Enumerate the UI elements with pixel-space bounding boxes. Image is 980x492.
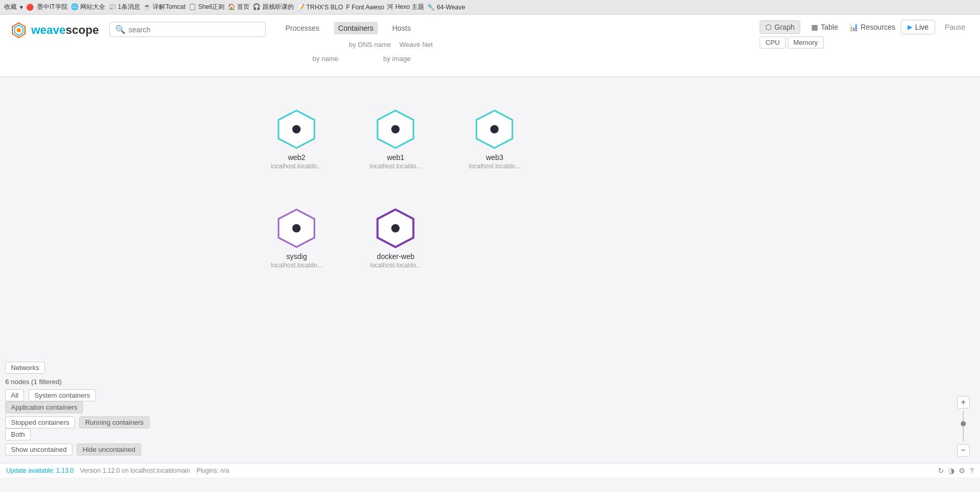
- nav-processes-name[interactable]: by name: [313, 55, 339, 63]
- browser-item[interactable]: 📰 1条消息: [108, 3, 140, 11]
- node-web2[interactable]: web2 localhost.localdo...: [271, 108, 322, 170]
- hide-uncontained-btn[interactable]: Hide uncontained: [77, 444, 141, 456]
- node-web3-sublabel: localhost.localdo...: [469, 163, 520, 170]
- node-web2-sublabel: localhost.localdo...: [271, 163, 322, 170]
- zoom-controls: + −: [957, 396, 970, 457]
- svg-point-2: [17, 28, 21, 32]
- nav-containers[interactable]: Containers: [334, 22, 378, 34]
- update-link[interactable]: Update available: 1.13.0: [6, 467, 73, 474]
- cpu-btn[interactable]: CPU: [760, 36, 785, 48]
- search-area: 🔍: [109, 22, 266, 37]
- node-web3-label: web3: [486, 153, 503, 162]
- nav-containers-image[interactable]: by image: [347, 55, 411, 63]
- left-panel: Networks 6 nodes (1 filtered) All System…: [0, 358, 162, 463]
- node-docker-web[interactable]: docker-web localhost.localdo...: [370, 207, 421, 269]
- bottom-bar: Update available: 1.13.0 Version 1.12.0 …: [0, 463, 980, 477]
- zoom-in-btn[interactable]: +: [957, 396, 970, 409]
- search-icon: 🔍: [115, 24, 126, 34]
- browser-item[interactable]: 河 Hexo 主题: [387, 3, 424, 11]
- pause-btn[interactable]: Pause: [940, 20, 970, 34]
- browser-item[interactable]: ☕ 详解Tomcat: [143, 3, 185, 11]
- theme-icon[interactable]: ◑: [948, 466, 954, 475]
- svg-point-8: [490, 125, 499, 133]
- settings-icon[interactable]: ⚙: [959, 466, 965, 475]
- browser-item[interactable]: 墨中IT学院: [37, 3, 68, 11]
- svg-point-6: [391, 125, 400, 133]
- nav-weave-net[interactable]: Weave Net: [400, 41, 433, 48]
- svg-point-10: [292, 224, 301, 232]
- hexagon-sysdig: [276, 207, 317, 249]
- resources-icon: 📊: [849, 23, 858, 31]
- node-docker-web-label: docker-web: [377, 252, 414, 261]
- node-docker-web-sublabel: localhost.localdo...: [370, 262, 421, 269]
- logo-text: weavescope: [31, 23, 99, 37]
- node-web1-sublabel: localhost.localdo...: [370, 163, 421, 170]
- browser-item[interactable]: F Font Aweso: [346, 4, 384, 11]
- help-icon[interactable]: ?: [970, 466, 974, 475]
- nav-processes[interactable]: Processes: [281, 22, 324, 34]
- filter-app-btn[interactable]: Application containers: [5, 401, 83, 413]
- app-header: weavescope 🔍 Processes Containers Hosts …: [0, 15, 980, 77]
- graph-view-btn[interactable]: ⬡ Graph: [760, 20, 800, 34]
- hexagon-web3: [474, 108, 515, 150]
- browser-bar: 收藏 ▾ 🔴 墨中IT学院 🌐 网站大全 📰 1条消息 ☕ 详解Tomcat 📋…: [0, 0, 980, 15]
- zoom-slider[interactable]: [963, 411, 964, 442]
- hexagon-web1: [375, 108, 416, 150]
- node-sysdig[interactable]: sysdig localhost.localdo...: [271, 207, 322, 269]
- filter-both-btn[interactable]: Both: [5, 428, 31, 440]
- table-view-btn[interactable]: ▦ Table: [805, 20, 843, 34]
- filter-system-btn[interactable]: System containers: [29, 389, 96, 401]
- browser-item[interactable]: 📝 TRHX'S BLO: [297, 4, 343, 11]
- live-btn[interactable]: ▶ Live: [901, 20, 936, 34]
- node-web1-label: web1: [387, 153, 404, 162]
- refresh-icon[interactable]: ↻: [938, 466, 944, 475]
- logo-area[interactable]: weavescope: [10, 22, 99, 39]
- zoom-out-btn[interactable]: −: [957, 444, 970, 457]
- logo-icon: [10, 22, 27, 39]
- main-canvas: web2 localhost.localdo... web1 localhost…: [0, 77, 980, 477]
- resources-btn[interactable]: 📊 Resources: [849, 23, 896, 31]
- browser-item[interactable]: ▾: [20, 4, 23, 11]
- view-controls: ⬡ Graph ▦ Table 📊 Resources ▶ Live Pause…: [760, 20, 970, 48]
- plugins-text: Plugins: n/a: [196, 467, 229, 474]
- browser-item[interactable]: 📋 Shell正则: [189, 3, 225, 11]
- svg-point-12: [391, 224, 400, 232]
- show-uncontained-btn[interactable]: Show uncontained: [5, 444, 72, 456]
- filter-all-btn[interactable]: All: [5, 389, 24, 401]
- metric-btns: CPU Memory: [760, 36, 823, 48]
- nodes-info: 6 nodes (1 filtered): [5, 378, 61, 386]
- nav-section: Processes Containers Hosts by DNS name W…: [281, 19, 433, 66]
- browser-item[interactable]: 🏠 首页: [228, 3, 250, 11]
- node-web2-label: web2: [288, 153, 305, 162]
- node-web1[interactable]: web1 localhost.localdo...: [370, 108, 421, 170]
- node-web3[interactable]: web3 localhost.localdo...: [469, 108, 520, 170]
- node-sysdig-sublabel: localhost.localdo...: [271, 262, 322, 269]
- browser-item[interactable]: 收藏: [4, 3, 17, 11]
- search-input[interactable]: [129, 26, 260, 34]
- memory-btn[interactable]: Memory: [788, 36, 824, 48]
- nav-hosts[interactable]: Hosts: [388, 22, 415, 34]
- version-text: Version 1.12.0 on localhost.localdomain: [80, 467, 190, 474]
- hexagon-docker-web: [375, 207, 416, 249]
- hexagon-web2: [276, 108, 317, 150]
- browser-item[interactable]: 🎧 跟栈听课的: [253, 3, 293, 11]
- table-icon: ▦: [811, 23, 818, 31]
- graph-icon: ⬡: [765, 23, 772, 31]
- browser-item[interactable]: 🌐 网站大全: [71, 3, 105, 11]
- bottom-icons: ↻ ◑ ⚙ ?: [938, 466, 974, 475]
- svg-point-4: [292, 125, 301, 133]
- networks-btn[interactable]: Networks: [5, 362, 45, 374]
- play-icon: ▶: [908, 23, 912, 31]
- filter-stopped-btn[interactable]: Stopped containers: [5, 416, 75, 428]
- node-sysdig-label: sysdig: [287, 252, 307, 261]
- filter-running-btn[interactable]: Running containers: [79, 416, 149, 428]
- browser-item[interactable]: 🔧 64-Weave: [427, 4, 465, 11]
- nav-containers-dns[interactable]: by DNS name: [349, 41, 391, 48]
- zoom-thumb: [961, 421, 966, 426]
